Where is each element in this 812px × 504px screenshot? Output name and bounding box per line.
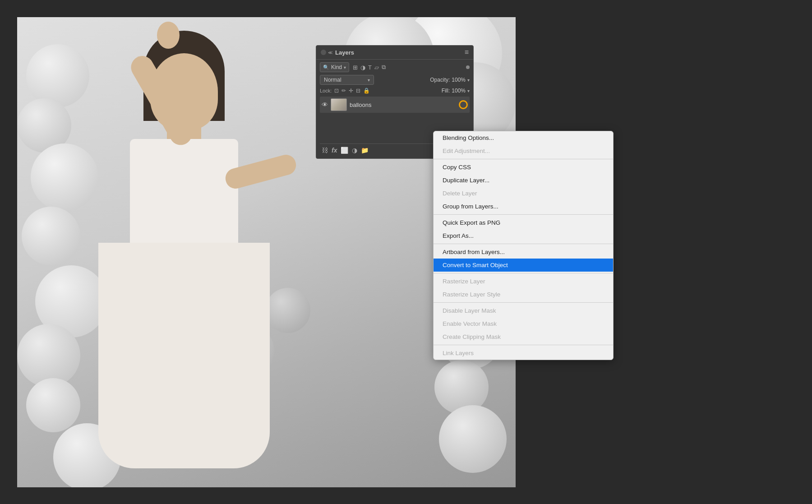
lock-artboard-icon[interactable]: ⊟ [356, 88, 360, 94]
kind-text-icon[interactable]: T [368, 64, 372, 71]
lock-fill-row: Lock: ⊡ ✏ ✛ ⊟ 🔒 Fill: 100% ▾ [320, 88, 470, 94]
woman-figure [62, 17, 288, 487]
opacity-label: Opacity: [430, 77, 450, 83]
context-menu-item[interactable]: Artboard from Layers... [434, 245, 613, 259]
context-menu-item[interactable]: Export As... [434, 229, 613, 242]
fill-chevron-icon: ▾ [467, 88, 470, 93]
layer-visibility-toggle[interactable]: 👁 [322, 101, 328, 108]
blend-chevron-icon: ▾ [368, 78, 370, 83]
menu-separator [434, 244, 613, 244]
opacity-group: Opacity: 100% ▾ [430, 77, 470, 83]
lock-position-icon[interactable]: ✛ [349, 88, 353, 94]
context-menu: Blending Options...Edit Adjustment...Cop… [433, 131, 614, 360]
kind-shape-icon[interactable]: ▱ [374, 64, 379, 71]
context-menu-item[interactable]: Blending Options... [434, 131, 613, 144]
panel-close-button[interactable] [321, 50, 326, 55]
menu-separator [434, 159, 613, 159]
kind-smart-icon[interactable]: ⧉ [382, 64, 386, 71]
menu-separator [434, 273, 613, 273]
context-menu-item[interactable]: Convert to Smart Object [434, 259, 613, 272]
blend-mode-value: Normal [324, 77, 341, 83]
layer-name: balloons [350, 102, 371, 108]
context-menu-item[interactable]: Duplicate Layer... [434, 174, 613, 187]
kind-label: Kind [331, 64, 342, 70]
link-icon[interactable]: ⛓ [322, 147, 328, 154]
kind-adjust-icon[interactable]: ◑ [360, 64, 365, 71]
panel-collapse-button[interactable]: ≪ [328, 50, 332, 55]
kind-row: 🔍 Kind ▾ ⊞ ◑ T ▱ ⧉ [320, 62, 470, 72]
search-icon: 🔍 [323, 65, 329, 70]
group-icon[interactable]: 📁 [361, 147, 369, 154]
kind-chevron-icon: ▾ [344, 65, 346, 70]
menu-separator [434, 302, 613, 303]
kind-color-indicator [466, 65, 470, 69]
kind-dropdown[interactable]: 🔍 Kind ▾ [320, 62, 349, 72]
blend-mode-dropdown[interactable]: Normal ▾ [320, 75, 374, 85]
mask-icon[interactable]: ⬜ [341, 147, 348, 154]
opacity-chevron-icon: ▾ [467, 78, 470, 83]
fill-group: Fill: 100% ▾ [442, 88, 470, 94]
fx-icon[interactable]: fx [332, 147, 337, 154]
lock-all-icon[interactable]: 🔒 [363, 88, 370, 94]
context-menu-item: Rasterize Layer Style [434, 288, 613, 301]
menu-separator [434, 345, 613, 345]
context-menu-item: Link Layers [434, 347, 613, 360]
context-menu-item: Disable Layer Mask [434, 304, 613, 317]
context-menu-item: Enable Vector Mask [434, 317, 613, 330]
lock-label: Lock: [320, 88, 332, 93]
blend-opacity-row: Normal ▾ Opacity: 100% ▾ [320, 75, 470, 85]
menu-separator [434, 214, 613, 215]
context-menu-item[interactable]: Copy CSS [434, 161, 613, 174]
context-menu-item[interactable]: Group from Layers... [434, 200, 613, 213]
fill-label: Fill: [442, 88, 450, 94]
context-menu-item: Rasterize Layer [434, 275, 613, 288]
layers-panel-title: Layers [332, 49, 465, 56]
layer-item-balloons[interactable]: 👁 balloons [320, 97, 470, 113]
kind-pixel-icon[interactable]: ⊞ [353, 64, 358, 71]
context-menu-item: Delete Layer [434, 187, 613, 200]
opacity-value[interactable]: 100% [452, 77, 466, 83]
kind-icons: ⊞ ◑ T ▱ ⧉ [353, 64, 386, 71]
adjustment-icon[interactable]: ◑ [352, 147, 357, 154]
layers-panel-menu-button[interactable]: ≡ [465, 48, 469, 56]
layer-context-trigger[interactable] [459, 100, 468, 109]
lock-image-icon[interactable]: ✏ [341, 88, 346, 94]
layers-panel-titlebar: ≪ Layers ≡ [316, 46, 473, 60]
fill-value[interactable]: 100% [452, 88, 466, 94]
layer-thumbnail [331, 98, 347, 111]
context-menu-item: Edit Adjustment... [434, 144, 613, 157]
lock-transparent-icon[interactable]: ⊡ [334, 88, 339, 94]
context-menu-item: Create Clipping Mask [434, 330, 613, 343]
context-menu-item[interactable]: Quick Export as PNG [434, 216, 613, 229]
lock-icons-group: ⊡ ✏ ✛ ⊟ 🔒 [334, 88, 370, 94]
